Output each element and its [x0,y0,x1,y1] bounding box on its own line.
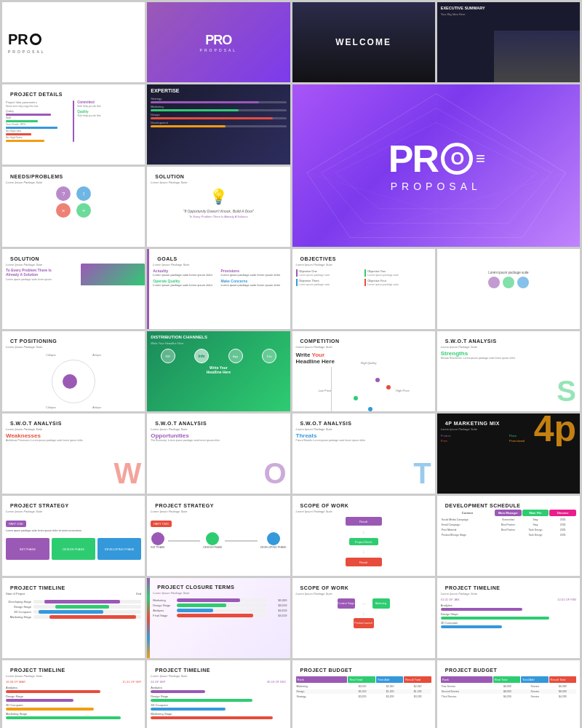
slide-solution-img[interactable]: SOLUTION Lorem Ipsum Package Suite To Ev… [2,249,145,329]
purple-pro-text: PRO [200,33,238,48]
timeline3-dates: 18-08 OF MAR 15-31 OF SEP [6,680,141,684]
swot-o-section: Opportunities [151,432,286,439]
needs-sub: Lorem Ipsum Package Suite [6,181,141,184]
needs-title: NEEDS/PROBLEMS [6,170,141,181]
proj-param-label: Project Idea parameters [6,100,70,104]
hero-logo: PR O ≡ PROPOSAL [388,140,484,192]
slide-timeline-2[interactable]: PROJECT TIMELINE Lorem Ipsum Package Sui… [437,578,580,658]
proj-details-title: PROJECT DETAILS [6,88,141,98]
pos-title: CT POSITIONING [6,335,141,345]
swot-o-letter: O [263,457,286,490]
slide-distribution[interactable]: DISTRIBUTION CHANNELS Write Your Headlin… [147,331,290,411]
slide-project-strategy-1[interactable]: PROJECT STRATEGY Lorem Ipsum Package Sui… [2,496,145,576]
slide-budget-2[interactable]: PROJECT BUDGET Rank Real Total Total Add… [437,660,580,728]
dev-title: DEVELOPMENT SCHEDULE [441,499,576,510]
hero-pr-text: PR [388,140,438,178]
slide-dev-schedule[interactable]: DEVELOPMENT SCHEDULE Content Main Manage… [437,496,580,576]
dev-row-4: Product/Design Stage Task Design 2035 [441,533,576,537]
slide-exec-summary[interactable]: EXECUTIVE SUMMARY Your Big Idea Here [437,2,580,82]
strategy2-icons: INIT PHASE DESIGN PHASE DEVELOPING PHASE [151,532,286,549]
strategy2-tag: PART TWO [151,521,172,527]
welcome-title: WELCOME [335,37,391,47]
scope2-sub: Lorem Ipsum Package Suite [296,592,431,596]
swot-o-sub: Lorem Ipsum Package Suite [151,427,286,431]
solution-quote: "If Opportunity Doesn't Knock, Build A D… [151,209,286,213]
slide-scope-2[interactable]: SCOPE OF WORK Lorem Ipsum Package Suite … [292,578,435,658]
closure-sub: Lorem Ipsum Package Suite [153,591,287,595]
logo-pr: PR [8,31,28,48]
closure-title: PROJECT CLOSURE TERMS [153,581,287,591]
swot-o-text: The Economy: Lorem ipsum package suite l… [151,439,286,443]
slide-swot-opportunities[interactable]: S.W.O.T ANALYSIS Lorem Ipsum Package Sui… [147,414,290,494]
timeline1-dates: Start of Project End [6,592,141,596]
strategy1-tag: PART ONE [6,521,26,527]
comp-sub: Lorem Ipsum Package Suite [296,345,431,349]
scope-flow: Result ↓ Project Briefs ↓ Result [296,517,431,566]
timeline2-title: PROJECT TIMELINE [441,582,576,592]
swot-s-title: S.W.O.T ANALYSIS [441,335,576,345]
hero-slide[interactable]: PR O ≡ PROPOSAL [292,84,581,247]
slide-swot-threats[interactable]: S.W.O.T ANALYSIS Lorem Ipsum Package Sui… [292,414,435,494]
comp-title: COMPETITION [296,335,431,345]
swot-t-text: Future Brands: Lorem ipsum package suite… [296,439,431,443]
sol-img-title: SOLUTION [6,253,141,263]
slide-needs-problems[interactable]: NEEDS/PROBLEMS Lorem Ipsum Package Suite… [2,167,145,247]
closure-content: PROJECT CLOSURE TERMS Lorem Ipsum Packag… [150,578,290,622]
slide-project-closure[interactable]: PROJECT CLOSURE TERMS Lorem Ipsum Packag… [147,578,290,658]
strategy1-phases: INIT PHASE DESIGN PHASE DEVELOPING PHASE [6,538,141,560]
timeline3-sub: Lorem Ipsum Package Suite [6,674,141,678]
slide-purple-logo[interactable]: PRO PROPOSAL [147,2,290,82]
swot-s-letter: S [557,375,576,408]
timeline4-sub: Lorem Ipsum Package Suite [151,674,286,678]
slide-timeline-3[interactable]: PROJECT TIMELINE Lorem Ipsum Package Sui… [2,660,145,728]
timeline3-title: PROJECT TIMELINE [6,664,141,674]
swot-w-letter: W [113,457,141,490]
slide-expertise[interactable]: EXPERTISE Strategy Marketing Design Deve… [147,84,290,165]
swot-w-sub: Lorem Ipsum Package Suite [6,427,141,431]
lightbulb-icon: 💡 [151,188,286,205]
goals-sub: Lorem Ipsum Package Suite [153,263,286,266]
slide-objectives[interactable]: OBJECTIVES Lorem Ipsum Package Suite Obj… [292,249,435,329]
slide-solution-basic[interactable]: SOLUTION Lorem Ipsum Package Suite 💡 "If… [147,167,290,247]
slide-swot-strengths[interactable]: S.W.O.T ANALYSIS Lorem Ipsum Package Sui… [437,331,580,411]
budget1-header: Rank Real Total Total Add Result Total [296,676,431,683]
expertise-title: EXPERTISE [151,88,286,93]
comp-chart: High Quality Low Quality Low Price High … [331,367,396,411]
swot-o-title: S.W.O.T ANALYSIS [151,417,286,427]
slide-pro-logo[interactable]: PR PROPOSAL [2,2,145,82]
slide-welcome[interactable]: WELCOME [292,2,435,82]
budget1-title: PROJECT BUDGET [296,664,431,674]
slide-4p-marketing[interactable]: 4P MARKETING MIX Lorem Ipsum Package Sui… [437,414,580,494]
budget2-rows: First Service $6,000 Service $6,000 Seco… [441,684,576,699]
goals-side-bar [147,249,149,329]
slide-grid: PR PROPOSAL PRO PROPOSAL WELCOME EXECUTI… [0,0,582,728]
swot-t-section: Threats [296,432,431,439]
proj-param-text: Some text only copy this text [6,105,70,108]
slide-project-strategy-2[interactable]: PROJECT STRATEGY Lorem Ipsum Package Sui… [147,496,290,576]
dist-title: DISTRIBUTION CHANNELS [151,335,286,339]
dist-nodes: SW Info App Dist [151,349,286,363]
dev-header: Content Main Manager Main File Director [441,510,576,516]
slide-swot-weaknesses[interactable]: S.W.O.T ANALYSIS Lorem Ipsum Package Sui… [2,414,145,494]
slide-objectives-2[interactable]: Lorem ipsum package suite [437,249,580,329]
hero-proposal: PROPOSAL [388,181,484,192]
slide-timeline-4[interactable]: PROJECT TIMELINE Lorem Ipsum Package Sui… [147,660,290,728]
slide-timeline-1[interactable]: PROJECT TIMELINE Start of Project End De… [2,578,145,658]
needs-icons: ? ! × + [6,186,141,218]
budget1-rows: Marketing $2,010 $2,010 $2,010 Design $1… [296,684,431,699]
pos-sub: Lorem Ipsum Package Suite [6,345,141,349]
timeline4-dates: 24 OF SEP 30-19 OF DEC [151,680,286,684]
dev-row-2: Email Campaign Best Partner Stay 2035 [441,523,576,527]
logo-o-circle [30,33,41,45]
timeline2-sub: Lorem Ipsum Package Suite [441,592,576,596]
dist-write: Write YourHeadline Here [151,365,286,374]
solution-image-placeholder [81,264,145,285]
exec-image [494,31,580,83]
slide-scope-of-work[interactable]: SCOPE OF WORK Lorem Ipsum Package Suite … [292,496,435,576]
slide-goals[interactable]: GOALS Lorem Ipsum Package Suite Actualit… [147,249,290,329]
slide-project-details[interactable]: PROJECT DETAILS Project Idea parameters … [2,84,145,165]
slide-positioning[interactable]: CT POSITIONING Lorem Ipsum Package Suite… [2,331,145,411]
swot-w-text: Ambitious Processes: Lorem ipsum package… [6,439,141,443]
slide-budget-1[interactable]: PROJECT BUDGET Rank Real Total Total Add… [292,660,435,728]
slide-competition[interactable]: COMPETITION Lorem Ipsum Package Suite Wr… [292,331,435,411]
